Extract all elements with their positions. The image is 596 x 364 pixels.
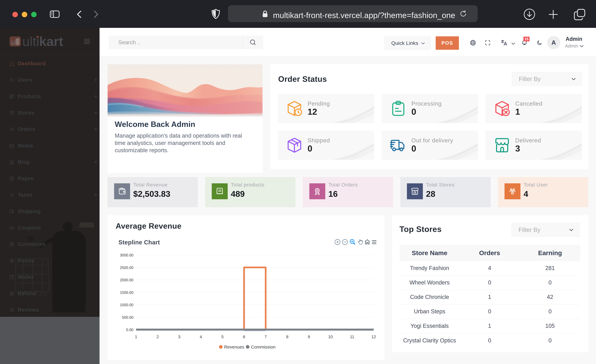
svg-text:2500.00: 2500.00: [120, 266, 133, 270]
svg-text:4: 4: [200, 335, 202, 339]
svg-text:1: 1: [135, 335, 137, 339]
svg-text:2000.00: 2000.00: [120, 278, 133, 282]
svg-text:5: 5: [221, 335, 224, 339]
svg-text:6: 6: [243, 335, 245, 339]
svg-text:Commission: Commission: [251, 344, 276, 349]
svg-text:3: 3: [178, 335, 180, 339]
svg-text:2: 2: [156, 335, 159, 339]
svg-text:11: 11: [350, 335, 354, 339]
svg-text:Revenues: Revenues: [224, 344, 244, 349]
svg-text:7: 7: [264, 335, 267, 339]
svg-text:3000.00: 3000.00: [120, 253, 133, 257]
svg-text:500.00: 500.00: [122, 315, 133, 320]
svg-text:9: 9: [308, 335, 310, 339]
svg-text:1500.00: 1500.00: [120, 291, 133, 295]
svg-text:0.00: 0.00: [126, 328, 133, 332]
svg-text:10: 10: [328, 335, 333, 339]
svg-text:8: 8: [286, 335, 289, 339]
svg-text:1000.00: 1000.00: [120, 303, 133, 307]
svg-text:12: 12: [371, 335, 376, 339]
